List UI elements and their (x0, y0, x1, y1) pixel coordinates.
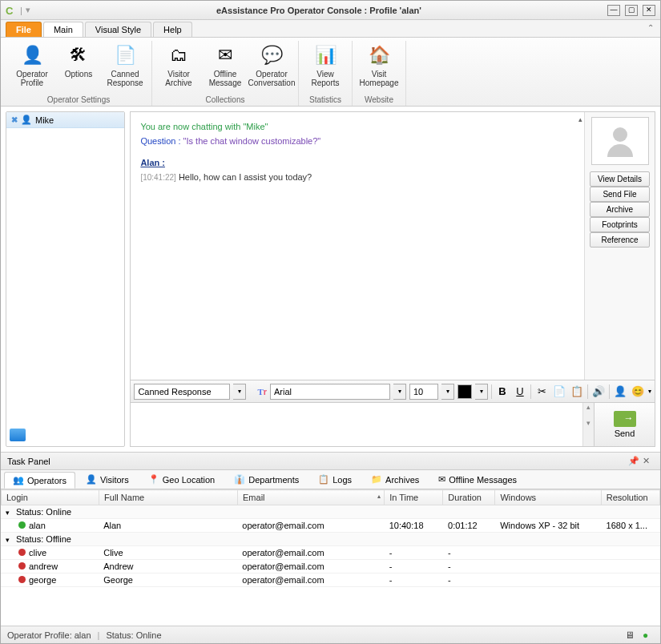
ribbon-button-label: Canned Response (103, 70, 147, 87)
visitor-archive-button[interactable]: 🗂Visitor Archive (155, 41, 202, 89)
ribbon-button-label: Operator Conversation (248, 70, 296, 87)
chat-input[interactable] (131, 403, 582, 446)
visit-homepage-icon: 🏠 (366, 42, 392, 68)
operator-profile-button[interactable]: 👤Operator Profile (9, 41, 55, 89)
column-header[interactable]: Resolution (601, 490, 659, 505)
column-header[interactable]: Duration (443, 490, 495, 505)
sound-icon[interactable]: 🔊 (591, 384, 606, 399)
close-button[interactable]: ✕ (643, 5, 655, 16)
tab-operators[interactable]: 👥Operators (4, 472, 75, 489)
cell: operator@email.com (237, 560, 384, 574)
panel-close-icon[interactable]: ✕ (643, 456, 654, 467)
group-row[interactable]: ▾ Status: Offline (1, 533, 660, 546)
column-header[interactable]: Full Name (99, 490, 238, 505)
status-icon-1[interactable]: 🖥 (625, 630, 636, 641)
visit-homepage-button[interactable]: 🏠Visit Homepage (356, 41, 402, 89)
footprints-button[interactable]: Footprints (590, 217, 650, 232)
close-visitor-icon[interactable]: ✖ (11, 115, 18, 124)
ribbon-button-label: View Reports (304, 70, 347, 87)
tab-visitors[interactable]: 👤Visitors (77, 471, 138, 488)
font-select[interactable]: Arial (270, 384, 390, 400)
column-header[interactable]: Login (2, 490, 99, 505)
cut-icon[interactable]: ✂ (534, 384, 549, 399)
tab-visual-style[interactable]: Visual Style (85, 22, 151, 37)
operator-conversation-button[interactable]: 💬Operator Conversation (248, 41, 295, 89)
options-button[interactable]: 🛠Options (55, 41, 102, 89)
sort-icon[interactable]: ▴ (377, 493, 381, 500)
size-dropdown-icon[interactable]: ▾ (441, 384, 454, 400)
column-header[interactable]: In Time (385, 490, 443, 505)
input-scrollbar[interactable]: ▴▾ (582, 403, 594, 446)
column-header[interactable]: Windows (495, 490, 601, 505)
status-icon-2[interactable]: ● (643, 630, 654, 641)
cell (495, 574, 601, 587)
emoji-icon[interactable]: 😊 (631, 384, 645, 399)
cell: 10:40:18 (385, 519, 443, 533)
system-message: You are now chatting with "Mike" (140, 120, 574, 135)
question-label: Question : (140, 136, 180, 146)
send-label: Send (615, 429, 635, 438)
tab-label: Visitors (100, 475, 129, 485)
ribbon-button-label: Visit Homepage (357, 70, 401, 87)
font-size-select[interactable]: 10 (409, 384, 438, 400)
send-file-button[interactable]: Send File (590, 187, 650, 202)
view-reports-button[interactable]: 📊View Reports (302, 41, 349, 89)
font-icon: Tr (257, 387, 267, 396)
tab-logs[interactable]: 📋Logs (309, 471, 361, 488)
cell: - (443, 574, 495, 587)
cell: - (385, 560, 443, 574)
view-details-button[interactable]: View Details (590, 171, 650, 187)
tab-main[interactable]: Main (43, 22, 83, 37)
table-row[interactable]: georgeGeorgeoperator@email.com-- (1, 574, 660, 587)
reference-button[interactable]: Reference (590, 232, 650, 248)
paste-icon[interactable]: 📋 (570, 384, 584, 399)
color-swatch[interactable] (457, 384, 472, 399)
tab-geo-location[interactable]: 📍Geo Location (139, 471, 224, 488)
expand-icon[interactable]: ▾ (6, 536, 14, 544)
maximize-button[interactable]: ▢ (625, 5, 638, 16)
options-icon: 🛠 (66, 42, 91, 68)
visitor-list-item[interactable]: ✖ 👤 Mike (6, 112, 124, 128)
offline-message-button[interactable]: ✉Offline Message (202, 41, 248, 89)
tab-label: Operators (27, 476, 67, 485)
tab-departments[interactable]: 👔Departments (225, 471, 308, 488)
canned-response-select[interactable]: Canned Response (134, 384, 230, 400)
font-dropdown-icon[interactable]: ▾ (393, 384, 406, 400)
folder-icon[interactable] (10, 429, 26, 441)
chat-message-area: ▴ You are now chatting with "Mike" Quest… (131, 112, 584, 380)
emoji-dropdown-icon[interactable]: ▾ (648, 388, 651, 395)
table-row[interactable]: cliveCliveoperator@email.com-- (1, 546, 660, 560)
view-reports-icon: 📊 (312, 42, 338, 68)
canned-dropdown-icon[interactable]: ▾ (233, 384, 246, 400)
color-dropdown-icon[interactable]: ▾ (475, 384, 488, 400)
send-button[interactable]: Send (594, 403, 655, 446)
ribbon-button-label: Offline Message (204, 70, 247, 87)
tab-icon: 📍 (148, 474, 159, 485)
canned-response-button[interactable]: 📄Canned Response (102, 41, 148, 89)
column-header[interactable]: Email▴ (238, 490, 385, 505)
table-row[interactable]: alanAlanoperator@email.com10:40:180:01:1… (1, 519, 660, 533)
cell: - (443, 546, 495, 560)
expand-icon[interactable]: ▾ (6, 509, 14, 517)
ribbon-collapse-icon[interactable]: ⌃ (647, 23, 654, 32)
tab-label: Logs (333, 475, 352, 485)
cell: alan (1, 519, 99, 533)
ribbon-group-label: Collections (206, 95, 245, 106)
tab-offline-messages[interactable]: ✉Offline Messages (429, 471, 526, 488)
pin-icon[interactable]: 📌 (628, 456, 639, 467)
underline-button[interactable]: U (513, 384, 527, 399)
scroll-up-icon[interactable]: ▴ (578, 114, 582, 125)
tab-help[interactable]: Help (153, 22, 192, 37)
tab-file[interactable]: File (6, 22, 42, 37)
table-row[interactable]: andrewAndrewoperator@email.com-- (1, 560, 660, 574)
group-row[interactable]: ▾ Status: Online (1, 505, 660, 519)
ribbon-group: 🗂Visitor Archive✉Offline Message💬Operato… (152, 41, 299, 106)
archive-button[interactable]: Archive (590, 202, 650, 217)
minimize-button[interactable]: — (607, 5, 620, 16)
tab-archives[interactable]: 📁Archives (362, 471, 428, 488)
copy-icon[interactable]: 📄 (552, 384, 566, 399)
operator-icon[interactable]: 👤 (613, 384, 627, 399)
ribbon-group-label: Statistics (309, 95, 341, 106)
cell: clive (1, 546, 99, 560)
bold-button[interactable]: B (495, 384, 510, 399)
